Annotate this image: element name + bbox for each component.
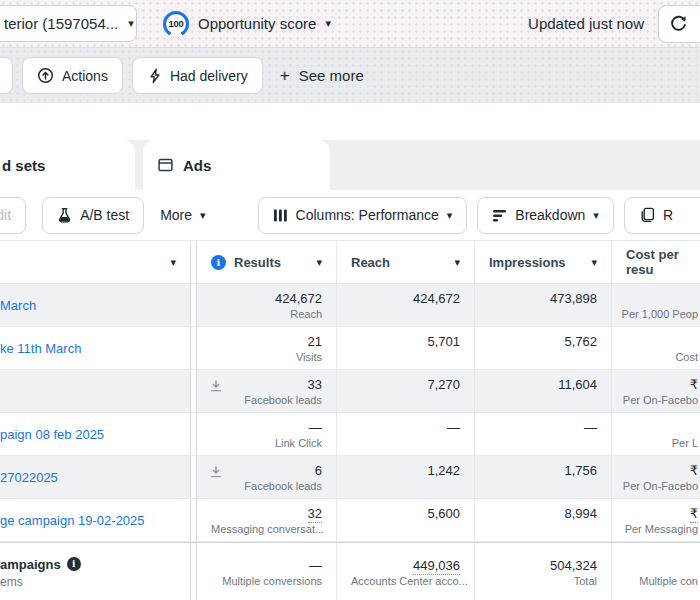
score-value: 100: [166, 14, 186, 34]
actions-filter-button[interactable]: Actions: [22, 57, 123, 94]
impressions-value: 11,604: [475, 376, 611, 393]
reach-value: 424,672: [337, 290, 474, 307]
cost-total: [612, 557, 700, 574]
cost-metric-label: Per 1,000 Peop: [612, 307, 700, 321]
results-value: 32: [308, 506, 322, 523]
see-more-button[interactable]: + See more: [280, 66, 364, 86]
account-name: terior (1597054...: [4, 15, 118, 32]
table-row: 27022025 6 Facebook leads 1,242 1,756 ₹P…: [0, 456, 700, 499]
topbar: terior (1597054... ▾ 100 Opportunity sco…: [0, 0, 700, 48]
columns-menu-button[interactable]: Columns: Performance ▾: [258, 197, 468, 234]
campaign-link[interactable]: ke 11th March: [0, 341, 190, 356]
table-row: paign 08 feb 2025 — Link Click — — Per L: [0, 413, 700, 456]
cost-metric-label: Per L: [612, 436, 700, 450]
column-header-impressions[interactable]: Impressions ▾: [475, 241, 612, 283]
breakdown-bars-icon: [492, 208, 507, 223]
column-header-results[interactable]: i Results ▾: [197, 241, 337, 283]
sort-caret-icon: ▾: [316, 257, 322, 268]
spacer-band: [0, 103, 700, 140]
results-metric-label: Link Click: [197, 436, 336, 450]
refresh-button[interactable]: [658, 5, 700, 43]
updated-status: Updated just now: [528, 15, 644, 32]
score-gauge-icon: 100: [163, 11, 189, 37]
cost-value: ₹: [612, 376, 700, 393]
campaign-link[interactable]: ge campaign 19-02-2025: [0, 513, 190, 528]
results-value: 21: [197, 333, 336, 350]
reach-value: 7,270: [337, 376, 474, 393]
refresh-icon: [669, 14, 688, 33]
flask-icon: [57, 207, 72, 224]
table-toolbar: Edit A/B test More ▾ Columns: Performanc…: [0, 190, 700, 240]
table-row: ke 11th March 21 Visits 5,701 5,762 Cost: [0, 327, 700, 370]
reports-button[interactable]: R: [624, 197, 700, 234]
table-footer-row: ampaigns i ems — Multiple conversions 44…: [0, 542, 700, 600]
impressions-total: 504,324: [475, 557, 611, 574]
cost-value: ₹: [690, 506, 698, 523]
level-tabs: d sets Ads: [0, 140, 700, 190]
impressions-total-label: Total: [475, 574, 611, 588]
table-row: 33 Facebook leads 7,270 11,604 ₹Per On-F…: [0, 370, 700, 413]
reach-value: 5,701: [337, 333, 474, 350]
column-header-reach[interactable]: Reach ▾: [337, 241, 475, 283]
results-metric-label: Reach: [197, 307, 336, 321]
results-value: —: [197, 419, 336, 436]
results-total: —: [197, 557, 336, 574]
reach-total-label: Accounts Center acco...: [337, 574, 474, 588]
cost-metric-label: Cost: [612, 350, 700, 364]
reach-value: 1,242: [337, 462, 474, 479]
download-leads-icon[interactable]: [209, 465, 223, 483]
clipped-filter-button[interactable]: s: [0, 57, 13, 94]
campaign-link[interactable]: paign 08 feb 2025: [0, 427, 190, 442]
reach-value: —: [337, 419, 474, 436]
table-header-row: ▾ i Results ▾ Reach ▾ Impressions ▾ Cost…: [0, 241, 700, 284]
arrow-up-circle-icon: [37, 67, 54, 84]
info-icon[interactable]: i: [211, 255, 226, 270]
edit-button[interactable]: Edit: [0, 197, 26, 234]
more-menu-button[interactable]: More ▾: [160, 207, 205, 223]
sort-caret-icon: ▾: [591, 257, 597, 268]
chevron-down-icon: ▾: [128, 18, 134, 29]
opportunity-score-menu[interactable]: 100 Opportunity score ▾: [163, 11, 331, 37]
reach-total: 449,036: [413, 558, 460, 575]
reports-copy-icon: [639, 207, 655, 223]
campaign-link[interactable]: March: [0, 298, 190, 313]
column-header-cost-per-result[interactable]: Cost per resu: [612, 241, 700, 283]
info-icon[interactable]: i: [67, 557, 81, 571]
tab-gap: [135, 140, 143, 190]
results-total-label: Multiple conversions: [197, 574, 336, 588]
frozen-column-gutter: [190, 241, 197, 283]
ab-test-button[interactable]: A/B test: [42, 197, 144, 234]
cost-total-label: Multiple con: [612, 574, 700, 588]
columns-icon: [273, 208, 288, 223]
results-metric-label: Visits: [197, 350, 336, 364]
impressions-value: 1,756: [475, 462, 611, 479]
impressions-value: —: [475, 419, 611, 436]
chevron-down-icon: ▾: [325, 18, 331, 29]
table-row: ge campaign 19-02-2025 32 Messaging conv…: [0, 499, 700, 542]
tab-ad-sets[interactable]: d sets: [0, 140, 135, 190]
column-header-name[interactable]: ▾: [0, 241, 190, 283]
cost-metric-label: Per Messaging: [612, 522, 700, 536]
ads-frame-icon: [157, 157, 174, 173]
impressions-value: 5,762: [475, 333, 611, 350]
had-delivery-filter-button[interactable]: Had delivery: [132, 57, 263, 94]
ad-account-selector[interactable]: terior (1597054... ▾: [0, 5, 137, 42]
lightning-bolt-icon: [147, 68, 162, 84]
tab-ads[interactable]: Ads: [143, 140, 330, 190]
opportunity-score-label: Opportunity score: [198, 15, 316, 32]
breakdown-menu-button[interactable]: Breakdown ▾: [477, 197, 614, 234]
filter-bar: s Actions Had delivery + See more: [0, 48, 700, 103]
footer-results-label: ampaigns: [0, 557, 61, 572]
sort-caret-icon: ▾: [454, 257, 460, 268]
results-metric-label: Messaging conversat...: [197, 522, 336, 536]
footer-excludes-label: ems: [0, 575, 190, 589]
table-row: March 424,672 Reach 424,672 473,898 Per …: [0, 284, 700, 327]
download-leads-icon[interactable]: [209, 379, 223, 397]
campaigns-table: ▾ i Results ▾ Reach ▾ Impressions ▾ Cost…: [0, 240, 700, 600]
chevron-down-icon: ▾: [593, 210, 599, 221]
impressions-value: 473,898: [475, 290, 611, 307]
cost-value: ₹: [612, 462, 700, 479]
campaign-link[interactable]: 27022025: [0, 470, 190, 485]
impressions-value: 8,994: [475, 505, 611, 522]
chevron-down-icon: ▾: [447, 210, 453, 221]
